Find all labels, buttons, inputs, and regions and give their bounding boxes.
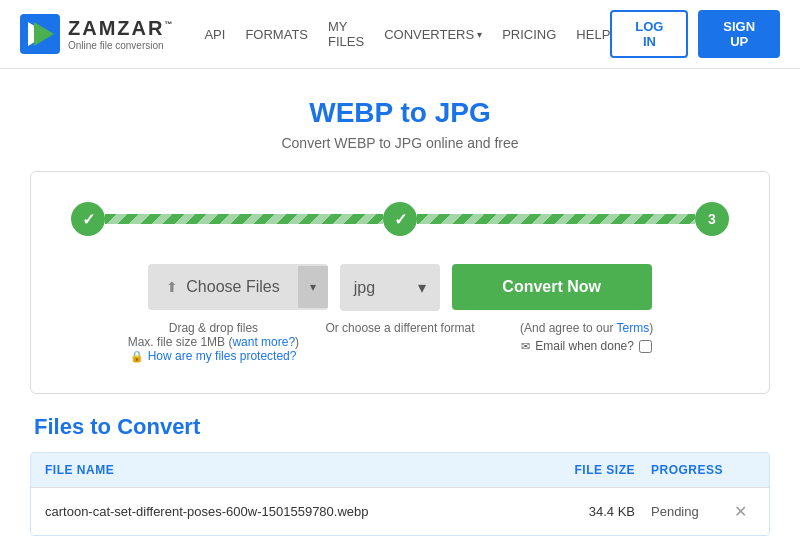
files-table: FILE NAME FILE SIZE PROGRESS cartoon-cat… (30, 452, 770, 536)
email-label: Email when done? (535, 339, 634, 353)
col-header-filesize: FILE SIZE (545, 463, 635, 477)
col-header-progress: PROGRESS (635, 463, 725, 477)
step-2 (383, 202, 417, 236)
helper-area: Drag & drop files Max. file size 1MB (wa… (71, 321, 729, 363)
or-format-text: Or choose a different format (325, 321, 474, 335)
files-table-header: FILE NAME FILE SIZE PROGRESS (31, 453, 769, 487)
format-selector[interactable]: jpg ▾ (340, 264, 440, 311)
lock-icon: 🔒 (130, 350, 144, 362)
step-1 (71, 202, 105, 236)
terms-row: (And agree to our Terms) (487, 321, 687, 335)
choose-files-helper: Drag & drop files Max. file size 1MB (wa… (113, 321, 313, 363)
choose-files-label: Choose Files (186, 278, 279, 296)
converters-dropdown-arrow: ▾ (477, 29, 482, 40)
header-buttons: LOG IN SIGN UP (610, 10, 780, 58)
remove-row-button[interactable]: ✕ (725, 502, 755, 521)
file-protection-row: 🔒 How are my files protected? (113, 349, 313, 363)
email-icon: ✉ (521, 340, 530, 353)
convert-button[interactable]: Convert Now (452, 264, 652, 310)
files-heading: Files to Convert (30, 414, 770, 440)
header: ZAMZAR™ Online file conversion API FORMA… (0, 0, 800, 69)
nav-converters[interactable]: CONVERTERS ▾ (384, 27, 482, 42)
page-title: WEBP to JPG (20, 97, 780, 129)
want-more-link[interactable]: want more? (232, 335, 295, 349)
choose-files-main: ⬆ Choose Files (148, 264, 297, 310)
drag-drop-text: Drag & drop files (113, 321, 313, 335)
progress-steps: 3 (71, 202, 729, 236)
nav-pricing[interactable]: PRICING (502, 27, 556, 42)
step-line-1 (105, 214, 383, 224)
format-label: jpg (354, 279, 375, 297)
nav-api[interactable]: API (204, 27, 225, 42)
converter-card: 3 ⬆ Choose Files ▾ jpg ▾ Convert Now Dra… (30, 171, 770, 394)
upload-icon: ⬆ (166, 279, 178, 295)
max-size-text: Max. file size 1MB (want more?) (113, 335, 313, 349)
row-progress: Pending (635, 504, 725, 519)
nav-help[interactable]: HELP (576, 27, 610, 42)
file-protection-link[interactable]: How are my files protected? (148, 349, 297, 363)
files-section: Files to Convert FILE NAME FILE SIZE PRO… (30, 414, 770, 556)
email-checkbox[interactable] (639, 340, 652, 353)
format-helper: Or choose a different format (325, 321, 474, 363)
signup-button[interactable]: SIGN UP (698, 10, 780, 58)
format-dropdown-arrow: ▾ (418, 278, 426, 297)
choose-files-button[interactable]: ⬆ Choose Files ▾ (148, 264, 327, 310)
nav-formats[interactable]: FORMATS (245, 27, 308, 42)
main-nav: API FORMATS MY FILES CONVERTERS ▾ PRICIN… (204, 19, 610, 49)
page-subtitle: Convert WEBP to JPG online and free (20, 135, 780, 151)
convert-helper: (And agree to our Terms) ✉ Email when do… (487, 321, 687, 363)
logo-icon (20, 14, 60, 54)
row-filename: cartoon-cat-set-different-poses-600w-150… (45, 504, 545, 519)
terms-link[interactable]: Terms (617, 321, 650, 335)
logo-text: ZAMZAR™ Online file conversion (68, 17, 174, 51)
logo[interactable]: ZAMZAR™ Online file conversion (20, 14, 174, 54)
nav-my-files[interactable]: MY FILES (328, 19, 364, 49)
logo-name: ZAMZAR™ (68, 17, 174, 40)
hero-section: WEBP to JPG Convert WEBP to JPG online a… (0, 69, 800, 171)
logo-tagline: Online file conversion (68, 40, 174, 51)
login-button[interactable]: LOG IN (610, 10, 688, 58)
col-header-filename: FILE NAME (45, 463, 545, 477)
choose-files-dropdown-arrow[interactable]: ▾ (298, 266, 328, 308)
row-filesize: 34.4 KB (545, 504, 635, 519)
email-row: ✉ Email when done? (487, 339, 687, 353)
table-row: cartoon-cat-set-different-poses-600w-150… (31, 487, 769, 535)
step-3: 3 (695, 202, 729, 236)
controls-row: ⬆ Choose Files ▾ jpg ▾ Convert Now (71, 264, 729, 311)
step-line-2 (417, 214, 695, 224)
